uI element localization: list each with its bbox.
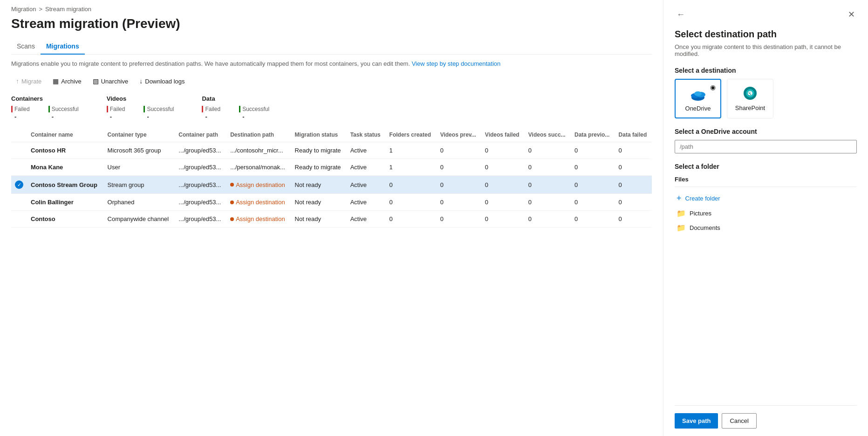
row-data_failed: 0 [615, 194, 652, 211]
col-videos-failed: Videos failed [481, 128, 525, 142]
panel-title: Select destination path [675, 29, 857, 40]
folder-section: Select a folder Files + Create folder 📁 … [675, 163, 857, 394]
row-migration-status: Not ready [291, 211, 347, 228]
row-videos_failed: 0 [481, 142, 525, 159]
archive-button[interactable]: ▦ Archive [48, 75, 86, 88]
row-task-status: Active [347, 194, 386, 211]
row-destination-path[interactable]: Assign destination [226, 211, 291, 228]
plus-icon: + [677, 194, 682, 203]
table-row[interactable]: Contoso HRMicrosoft 365 group.../group/e… [11, 142, 652, 159]
panel-subtitle: Once you migrate content to this destina… [675, 43, 857, 57]
account-input[interactable] [675, 140, 857, 153]
panel-back-button[interactable]: ← [675, 8, 687, 21]
breadcrumb-separator: > [39, 6, 42, 13]
row-data_previo: 0 [571, 142, 615, 159]
folder-item-documents[interactable]: 📁 Documents [675, 221, 857, 235]
folder-icon-documents: 📁 [677, 223, 686, 232]
row-videos_prev: 0 [437, 211, 481, 228]
row-data_failed: 0 [615, 142, 652, 159]
stat-data-successful: Successful - [239, 106, 269, 120]
panel-footer: Save path Cancel [675, 405, 857, 429]
save-path-button[interactable]: Save path [675, 413, 718, 429]
migrate-icon: ↑ [16, 77, 19, 85]
unarchive-button[interactable]: ▧ Unarchive [88, 75, 133, 88]
folder-item-pictures[interactable]: 📁 Pictures [675, 206, 857, 221]
onedrive-icon [690, 85, 706, 102]
stats-section: Containers Failed - Successful - [11, 95, 652, 120]
row-migration-status: Not ready [291, 194, 347, 211]
row-check[interactable] [11, 211, 27, 228]
destination-options: ◉ OneDrive S SharePoin [675, 79, 857, 118]
row-task-status: Active [347, 176, 386, 194]
row-data_previo: 0 [571, 194, 615, 211]
row-check[interactable]: ✓ [11, 176, 27, 194]
col-container-type: Container type [104, 128, 175, 142]
row-check[interactable] [11, 142, 27, 159]
row-videos_prev: 0 [437, 194, 481, 211]
archive-icon: ▦ [53, 77, 59, 85]
description: Migrations enable you to migrate content… [11, 60, 652, 67]
row-videos_succ: 0 [525, 176, 571, 194]
col-container-path: Container path [175, 128, 226, 142]
row-container-path: .../group/ed53... [175, 142, 226, 159]
panel-close-button[interactable]: ✕ [846, 7, 857, 21]
folder-header: Select a folder [675, 163, 857, 170]
row-check[interactable] [11, 194, 27, 211]
row-videos_prev: 0 [437, 176, 481, 194]
description-link[interactable]: View step by step documentation [412, 60, 501, 67]
row-container-type: Microsoft 365 group [104, 142, 175, 159]
row-videos_failed: 0 [481, 176, 525, 194]
stats-containers: Containers Failed - Successful - [11, 95, 79, 120]
breadcrumb-parent[interactable]: Migration [11, 6, 36, 13]
tab-migrations[interactable]: Migrations [41, 39, 85, 55]
account-label: Select a OneDrive account [675, 128, 857, 135]
breadcrumb: Migration > Stream migration [11, 0, 652, 16]
table-row[interactable]: Mona KaneUser.../group/ed53....../person… [11, 159, 652, 176]
row-task-status: Active [347, 159, 386, 176]
migrations-table: Container name Container type Container … [11, 128, 652, 228]
row-videos_prev: 0 [437, 159, 481, 176]
dest-radio-onedrive[interactable]: ◉ [710, 83, 717, 90]
dest-card-onedrive[interactable]: ◉ OneDrive [675, 79, 721, 118]
tabs-container: Scans Migrations [11, 39, 652, 55]
row-container-path: .../group/ed53... [175, 211, 226, 228]
stat-bar-red [11, 106, 13, 112]
svg-point-3 [694, 91, 702, 96]
right-panel: ← ✕ Select destination path Once you mig… [663, 0, 868, 436]
table-row[interactable]: ContosoCompanywide channel.../group/ed53… [11, 211, 652, 228]
col-data-previo: Data previo... [571, 128, 615, 142]
create-folder-item[interactable]: + Create folder [675, 191, 857, 206]
download-logs-button[interactable]: ↓ Download logs [135, 75, 189, 88]
row-check[interactable] [11, 159, 27, 176]
row-container-name: Mona Kane [27, 159, 104, 176]
col-folders-created: Folders created [386, 128, 437, 142]
row-videos_succ: 0 [525, 194, 571, 211]
col-check [11, 128, 27, 142]
row-container-type: Stream group [104, 176, 175, 194]
stats-data-label: Data [202, 95, 269, 102]
row-container-type: User [104, 159, 175, 176]
breadcrumb-current: Stream migration [45, 6, 91, 13]
col-task-status: Task status [347, 128, 386, 142]
row-container-type: Orphaned [104, 194, 175, 211]
table-container: Container name Container type Container … [11, 128, 652, 228]
check-circle: ✓ [15, 180, 23, 189]
stat-videos-successful: Successful - [144, 106, 174, 120]
stats-containers-label: Containers [11, 95, 79, 102]
dest-card-sharepoint[interactable]: S SharePoint [727, 79, 773, 118]
cancel-button[interactable]: Cancel [722, 413, 756, 429]
table-row[interactable]: Colin BallingerOrphaned.../group/ed53...… [11, 194, 652, 211]
select-destination-label: Select a destination [675, 67, 857, 74]
table-row[interactable]: ✓Contoso Stream GroupStream group.../gro… [11, 176, 652, 194]
row-destination-path[interactable]: Assign destination [226, 194, 291, 211]
download-icon: ↓ [139, 77, 143, 85]
migrate-button[interactable]: ↑ Migrate [11, 75, 46, 88]
row-destination-path[interactable]: .../personal/monak... [226, 159, 291, 176]
stat-containers-successful: Successful - [48, 106, 79, 120]
stat-data-failed: Failed - [202, 106, 220, 120]
row-container-path: .../group/ed53... [175, 176, 226, 194]
row-destination-path[interactable]: Assign destination [226, 176, 291, 194]
row-destination-path[interactable]: .../contosohr_micr... [226, 142, 291, 159]
tab-scans[interactable]: Scans [11, 39, 41, 55]
row-container-type: Companywide channel [104, 211, 175, 228]
